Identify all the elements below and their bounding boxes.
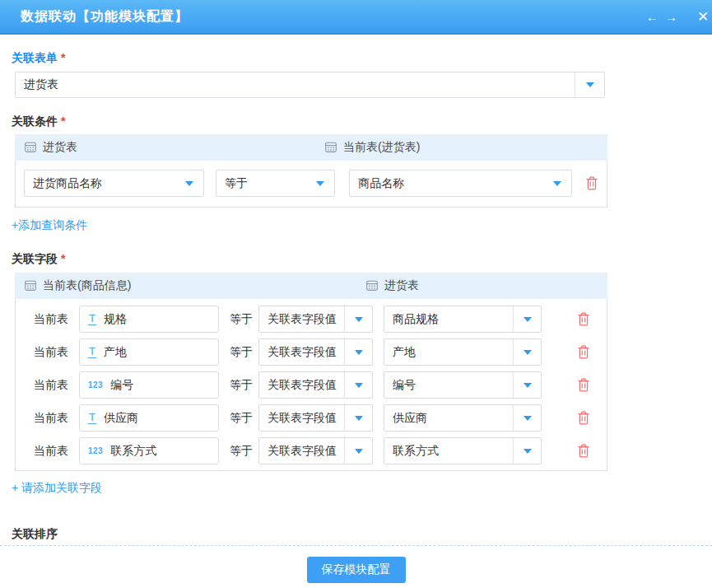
fields-table: 当前表(商品信息) 进货表 当前表 T 规格 等于 关联表字 [15,273,607,471]
text-type-icon: T [88,346,96,358]
data-linkage-config-dialog: 数据联动【功能模块配置】 ← → ✕ 关联表单* 进货表 关联条件* 进货表 [0,0,712,588]
field-name: 编号 [110,378,133,393]
condition-left-field-select[interactable]: 进货商品名称 [24,170,204,197]
value-source-select[interactable]: 关联表字段值 [258,371,373,399]
current-table-label: 当前表 [34,411,79,426]
required-mark: * [61,252,65,265]
current-field-box[interactable]: T 产地 [79,338,219,366]
value-source-select[interactable]: 关联表字段值 [258,306,373,333]
related-form-label: 关联表单* [12,51,712,66]
resize-arrows-icon[interactable]: ← → [646,10,679,24]
chevron-down-icon[interactable] [344,306,372,332]
chevron-down-icon[interactable] [344,438,372,464]
field-mapping-row: 当前表 123 联系方式 等于 关联表字段值 联系方式 [16,437,607,464]
current-table-label: 当前表 [34,312,79,327]
fields-table-body: 当前表 T 规格 等于 关联表字段值 商品规格 [15,299,607,471]
current-field-box[interactable]: 123 联系方式 [79,437,219,464]
text-type-icon: T [88,412,96,424]
current-table-label: 当前表 [34,444,79,459]
operator-label: 等于 [230,312,254,327]
condition-operator-select[interactable]: 等于 [216,170,335,197]
dialog-titlebar: 数据联动【功能模块配置】 ← → ✕ [0,0,712,35]
chevron-down-icon[interactable] [344,339,372,365]
add-condition-link[interactable]: +添加查询条件 [12,218,87,233]
text-type-icon: T [88,313,96,325]
chevron-down-icon[interactable] [513,339,541,365]
target-field-select[interactable]: 供应商 [384,404,542,432]
condition-row: 进货商品名称 等于 商品名称 [24,170,598,197]
operator-label: 等于 [230,444,254,459]
form-icon [366,280,378,292]
dialog-footer: 保存模块配置 [0,545,712,588]
save-module-config-button[interactable]: 保存模块配置 [307,557,406,583]
field-name: 产地 [104,345,127,360]
delete-field-row-icon[interactable] [577,312,590,326]
field-name: 供应商 [104,411,138,426]
operator-label: 等于 [230,411,254,426]
current-field-box[interactable]: T 供应商 [79,404,219,432]
target-field-select[interactable]: 编号 [384,371,542,399]
conditions-table-header: 进货表 当前表(进货表) [15,134,607,161]
fields-left-table-column: 当前表(商品信息) [25,278,366,293]
target-field-select[interactable]: 联系方式 [384,437,542,464]
field-mapping-row: 当前表 T 产地 等于 关联表字段值 产地 [16,338,607,366]
value-source-select[interactable]: 关联表字段值 [258,404,373,432]
fields-right-table-column: 进货表 [366,278,419,293]
chevron-down-icon[interactable] [344,372,372,398]
related-form-select-value: 进货表 [16,77,575,92]
close-icon[interactable]: ✕ [697,8,712,26]
current-field-box[interactable]: 123 编号 [79,371,219,399]
chevron-down-icon[interactable] [543,170,571,196]
number-type-icon: 123 [88,446,103,455]
related-form-select[interactable]: 进货表 [15,72,605,98]
chevron-down-icon[interactable] [513,306,541,332]
chevron-down-icon[interactable] [575,72,604,97]
delete-field-row-icon[interactable] [577,345,590,359]
operator-label: 等于 [230,378,254,393]
chevron-down-icon[interactable] [513,372,541,398]
chevron-down-icon[interactable] [344,405,372,431]
chevron-down-icon[interactable] [175,170,203,196]
chevron-down-icon[interactable] [513,405,541,431]
field-mapping-row: 当前表 T 供应商 等于 关联表字段值 供应商 [16,404,607,432]
form-icon [25,142,36,153]
required-mark: * [61,114,65,128]
delete-condition-icon[interactable] [585,176,598,190]
operator-label: 等于 [230,345,254,360]
related-conditions-label: 关联条件* [12,114,712,129]
delete-field-row-icon[interactable] [577,444,590,458]
dialog-content: 关联表单* 进货表 关联条件* 进货表 当前表(进货表) [0,35,712,545]
target-field-select[interactable]: 产地 [384,338,542,366]
required-mark: * [61,51,65,64]
value-source-select[interactable]: 关联表字段值 [258,338,373,366]
add-field-mapping-link[interactable]: + 请添加关联字段 [12,481,102,496]
number-type-icon: 123 [88,380,103,390]
field-name: 规格 [104,312,127,327]
conditions-table: 进货表 当前表(进货表) 进货商品名称 等于 [15,134,607,208]
current-field-box[interactable]: T 规格 [79,306,219,333]
related-sort-label: 关联排序 [12,527,712,542]
field-name: 联系方式 [110,444,156,459]
conditions-left-table-column: 进货表 [25,140,325,155]
value-source-select[interactable]: 关联表字段值 [258,437,373,464]
current-table-label: 当前表 [34,378,79,393]
chevron-down-icon[interactable] [513,438,541,464]
delete-field-row-icon[interactable] [577,378,590,392]
delete-field-row-icon[interactable] [577,411,590,425]
form-icon [25,280,36,292]
conditions-right-table-column: 当前表(进货表) [325,140,420,155]
dialog-title: 数据联动【功能模块配置】 [21,0,188,33]
related-fields-label: 关联字段* [12,252,712,267]
target-field-select[interactable]: 商品规格 [384,306,542,333]
fields-table-header: 当前表(商品信息) 进货表 [15,273,607,299]
form-icon [325,142,337,153]
chevron-down-icon[interactable] [306,170,334,196]
field-mapping-row: 当前表 T 规格 等于 关联表字段值 商品规格 [16,306,607,333]
current-table-label: 当前表 [34,345,79,360]
field-mapping-row: 当前表 123 编号 等于 关联表字段值 编号 [16,371,607,399]
conditions-table-body: 进货商品名称 等于 商品名称 [15,161,607,208]
condition-right-field-select[interactable]: 商品名称 [349,170,572,197]
